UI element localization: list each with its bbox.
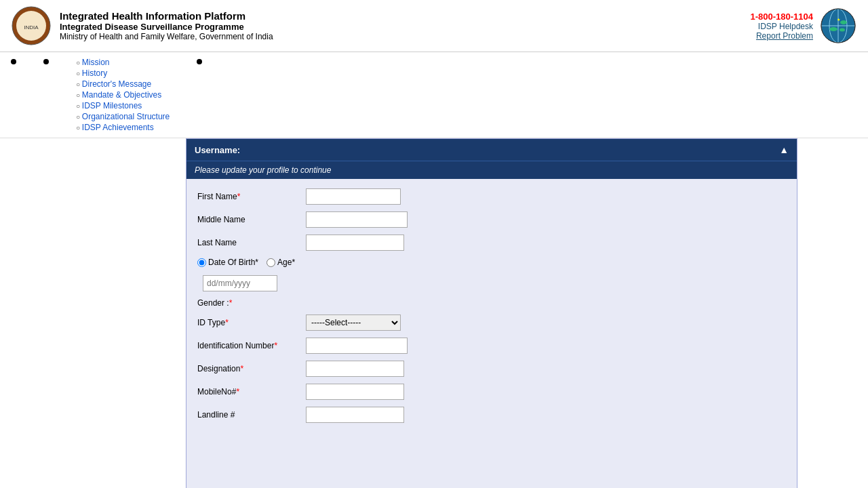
username-label: Username:	[195, 145, 240, 155]
dob-option-age: Age*	[267, 258, 295, 267]
svg-text:INDIA: INDIA	[24, 24, 39, 30]
middle-name-label: Middle Name	[197, 215, 306, 224]
dob-radio-label: Date Of Birth*	[208, 258, 258, 267]
svg-point-11	[840, 28, 845, 31]
form-body: First Name* Middle Name Last Name	[186, 179, 797, 439]
landline-input[interactable]	[306, 407, 404, 423]
age-radio-label: Age*	[277, 258, 295, 267]
nav-item-milestones[interactable]: IDSP Milestones	[76, 101, 170, 110]
gender-row: Gender :*	[197, 298, 786, 308]
gender-label: Gender :*	[197, 298, 306, 308]
dob-input[interactable]	[203, 275, 277, 291]
dob-options: Date Of Birth* Age*	[197, 258, 295, 267]
globe-icon: ★	[820, 7, 857, 45]
nav-link-history[interactable]: History	[82, 68, 107, 78]
navbar: Mission History Director's Message Manda…	[0, 52, 868, 138]
landline-label: Landline #	[197, 410, 306, 420]
form-header: Username: ▲	[186, 139, 797, 161]
last-name-row: Last Name	[197, 235, 786, 251]
close-button[interactable]: ▲	[779, 144, 789, 155]
svg-text:★: ★	[837, 18, 840, 22]
dob-option-dob: Date Of Birth*	[197, 258, 258, 267]
nav-bullet-2	[43, 59, 49, 64]
logo: INDIA	[11, 5, 52, 46]
middle-name-input[interactable]	[306, 211, 408, 228]
id-type-select[interactable]: -----Select----- Aadhaar PAN Passport Vo…	[306, 314, 401, 331]
nav-link-org-structure[interactable]: Organizational Structure	[82, 112, 170, 121]
nav-bullet-3	[197, 59, 202, 64]
age-radio[interactable]	[267, 258, 275, 267]
nav-item-mandate[interactable]: Mandate & Objectives	[76, 90, 170, 100]
nav-submenu: Mission History Director's Message Manda…	[76, 56, 170, 134]
designation-row: Designation*	[197, 361, 786, 377]
helpdesk-label: IDSP Helpdesk	[750, 22, 813, 31]
middle-name-row: Middle Name	[197, 211, 786, 228]
landline-row: Landline #	[197, 407, 786, 423]
last-name-label: Last Name	[197, 238, 306, 247]
main-content: Username: ▲ Please update your profile t…	[0, 138, 868, 488]
id-type-row: ID Type* -----Select----- Aadhaar PAN Pa…	[197, 314, 786, 331]
first-name-row: First Name*	[197, 188, 786, 205]
id-number-row: Identification Number*	[197, 338, 786, 354]
page-header: INDIA Integrated Health Information Plat…	[0, 0, 868, 52]
id-type-label: ID Type*	[197, 318, 306, 327]
svg-point-10	[829, 27, 837, 31]
designation-input[interactable]	[306, 361, 404, 377]
report-problem-link[interactable]: Report Problem	[750, 31, 813, 41]
nav-link-mission[interactable]: Mission	[82, 58, 110, 67]
site-ministry: Ministry of Health and Family Welfare, G…	[60, 32, 750, 41]
mobile-input[interactable]	[306, 384, 404, 400]
dob-input-row	[197, 275, 786, 291]
dob-radio[interactable]	[197, 258, 206, 267]
nav-item-mission[interactable]: Mission	[76, 58, 170, 67]
site-title: Integrated Health Information Platform	[60, 10, 750, 22]
first-name-label: First Name*	[197, 192, 306, 201]
nav-link-milestones[interactable]: IDSP Milestones	[82, 101, 142, 110]
mobile-row: MobileNo#*	[197, 384, 786, 400]
nav-item-history[interactable]: History	[76, 68, 170, 78]
nav-item-directors-message[interactable]: Director's Message	[76, 79, 170, 89]
designation-label: Designation*	[197, 364, 306, 373]
sidebar	[0, 138, 183, 488]
mobile-label: MobileNo#*	[197, 387, 306, 396]
id-number-label: Identification Number*	[197, 341, 306, 350]
nav-item-achievements[interactable]: IDSP Achievements	[76, 123, 170, 132]
contact-info: 1-800-180-1104 IDSP Helpdesk Report Prob…	[750, 12, 813, 41]
nav-link-directors-message[interactable]: Director's Message	[82, 79, 151, 89]
right-panel	[800, 138, 868, 488]
form-subtitle: Please update your profile to continue	[186, 161, 797, 179]
nav-link-mandate[interactable]: Mandate & Objectives	[82, 90, 161, 100]
site-subtitle: Integrated Disease Surveillance Programm…	[60, 22, 750, 32]
svg-point-9	[840, 20, 847, 24]
last-name-input[interactable]	[306, 235, 404, 251]
dob-row: Date Of Birth* Age*	[197, 258, 786, 271]
phone-number: 1-800-180-1104	[750, 12, 813, 22]
first-name-input[interactable]	[306, 188, 401, 205]
nav-item-org-structure[interactable]: Organizational Structure	[76, 112, 170, 121]
nav-bullet-1	[11, 59, 16, 64]
header-right: 1-800-180-1104 IDSP Helpdesk Report Prob…	[750, 7, 857, 45]
nav-link-achievements[interactable]: IDSP Achievements	[82, 123, 154, 132]
form-panel: Username: ▲ Please update your profile t…	[186, 138, 797, 488]
id-number-input[interactable]	[306, 338, 408, 354]
header-titles: Integrated Health Information Platform I…	[60, 10, 750, 41]
